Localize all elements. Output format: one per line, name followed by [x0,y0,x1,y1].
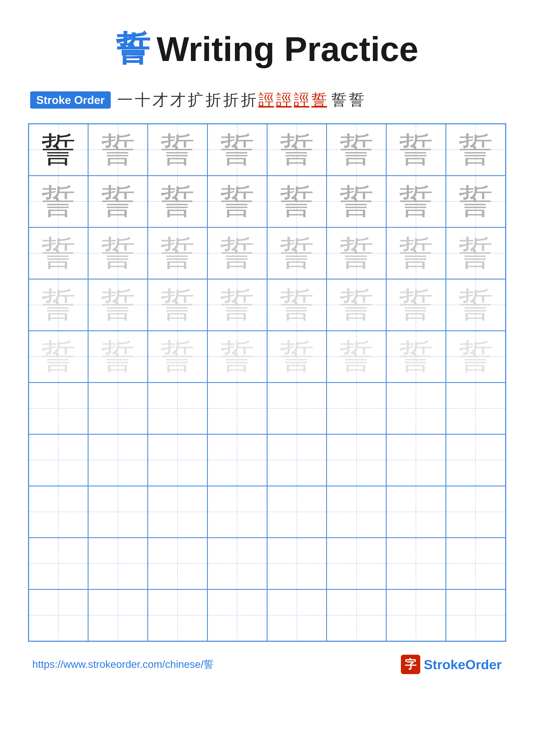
grid-cell-r7c7[interactable] [386,434,446,486]
grid-cell-r5c6: 誓 [327,331,386,383]
grid-cell-r10c8[interactable] [446,589,506,641]
grid-cell-r7c8[interactable] [446,434,506,486]
char-r4c1: 誓 [41,288,76,322]
char-r1c7: 誓 [399,133,433,167]
page: 誓 Writing Practice Stroke Order 一 十 才 才 … [0,0,534,756]
char-r5c3: 誓 [160,339,195,374]
grid-cell-r8c8[interactable] [446,486,506,538]
grid-cell-r7c3[interactable] [148,434,207,486]
char-r5c8: 誓 [458,339,493,374]
grid-cell-r3c1: 誓 [29,228,88,279]
grid-cell-r8c7[interactable] [386,486,446,538]
grid-cell-r6c8[interactable] [446,383,506,434]
stroke-12: 誓 [312,90,327,110]
grid-cell-r10c6[interactable] [327,589,386,641]
writing-grid: 誓 誓 誓 誓 誓 誓 誓 誓 誓 誓 誓 誓 誓 誓 誓 誓 誓 誓 誓 誓 … [28,123,506,642]
grid-cell-r9c8[interactable] [446,538,506,589]
grid-cell-r1c7: 誓 [386,124,446,176]
footer-brand-name: StrokeOrder [424,657,502,672]
grid-cell-r8c4[interactable] [207,486,267,538]
grid-cell-r3c6: 誓 [327,228,386,279]
grid-cell-r2c5: 誓 [267,176,327,228]
page-title: Writing Practice [157,29,418,69]
grid-cell-r10c2[interactable] [88,589,148,641]
char-r2c2: 誓 [101,184,135,219]
grid-cell-r10c3[interactable] [148,589,207,641]
grid-cell-r9c7[interactable] [386,538,446,589]
grid-cell-r7c2[interactable] [88,434,148,486]
char-r5c4: 誓 [220,339,254,374]
grid-cell-r2c2: 誓 [88,176,148,228]
char-r4c3: 誓 [160,288,195,322]
char-r5c7: 誓 [399,339,433,374]
grid-cell-r1c2: 誓 [88,124,148,176]
grid-cell-r7c4[interactable] [207,434,267,486]
grid-cell-r3c2: 誓 [88,228,148,279]
stroke-14: 誓 [349,90,365,110]
grid-cell-r9c6[interactable] [327,538,386,589]
grid-cell-r6c4[interactable] [207,383,267,434]
grid-cell-r10c7[interactable] [386,589,446,641]
grid-cell-r2c1: 誓 [29,176,88,228]
grid-cell-r8c1[interactable] [29,486,88,538]
stroke-8: 折 [241,90,256,110]
char-r1c5: 誓 [280,133,314,167]
char-r1c6: 誓 [339,133,374,167]
char-r3c8: 誓 [458,236,493,270]
grid-cell-r6c5[interactable] [267,383,327,434]
grid-cell-r6c7[interactable] [386,383,446,434]
char-r3c1: 誓 [41,236,76,270]
grid-cell-r10c1[interactable] [29,589,88,641]
grid-cell-r3c5: 誓 [267,228,327,279]
grid-cell-r1c8: 誓 [446,124,506,176]
grid-cell-r8c5[interactable] [267,486,327,538]
grid-cell-r5c5: 誓 [267,331,327,383]
grid-cell-r4c8: 誓 [446,279,506,331]
grid-cell-r5c4: 誓 [207,331,267,383]
grid-cell-r6c3[interactable] [148,383,207,434]
footer-brand-name-stroke: Stroke [424,657,465,672]
char-r3c7: 誓 [399,236,433,270]
grid-cell-r5c1: 誓 [29,331,88,383]
char-r5c1: 誓 [41,339,76,374]
grid-cell-r9c5[interactable] [267,538,327,589]
char-r3c5: 誓 [280,236,314,270]
footer: https://www.strokeorder.com/chinese/誓 字 … [26,655,508,674]
char-r2c1: 誓 [41,184,76,219]
grid-cell-r6c2[interactable] [88,383,148,434]
char-r2c5: 誓 [280,184,314,219]
grid-cell-r3c7: 誓 [386,228,446,279]
char-r1c2: 誓 [101,133,135,167]
grid-cell-r9c2[interactable] [88,538,148,589]
grid-cell-r9c1[interactable] [29,538,88,589]
footer-brand: 字 StrokeOrder [401,655,502,674]
grid-cell-r7c1[interactable] [29,434,88,486]
grid-cell-r10c4[interactable] [207,589,267,641]
char-r5c6: 誓 [339,339,374,374]
grid-cell-r6c6[interactable] [327,383,386,434]
grid-cell-r7c6[interactable] [327,434,386,486]
grid-cell-r9c4[interactable] [207,538,267,589]
stroke-11: 誙 [294,90,309,110]
grid-cell-r8c6[interactable] [327,486,386,538]
grid-cell-r4c6: 誓 [327,279,386,331]
stroke-5: 扩 [188,90,203,110]
grid-cell-r7c5[interactable] [267,434,327,486]
grid-cell-r8c3[interactable] [148,486,207,538]
grid-cell-r8c2[interactable] [88,486,148,538]
stroke-7: 折 [223,90,239,110]
grid-cell-r10c5[interactable] [267,589,327,641]
footer-url[interactable]: https://www.strokeorder.com/chinese/誓 [32,658,214,671]
grid-cell-r6c1[interactable] [29,383,88,434]
grid-cell-r2c7: 誓 [386,176,446,228]
grid-cell-r1c3: 誓 [148,124,207,176]
grid-cell-r3c4: 誓 [207,228,267,279]
stroke-1: 一 [117,90,133,110]
char-r1c3: 誓 [160,133,195,167]
grid-cell-r2c3: 誓 [148,176,207,228]
grid-cell-r9c3[interactable] [148,538,207,589]
grid-cell-r1c1: 誓 [29,124,88,176]
char-r1c8: 誓 [458,133,493,167]
footer-brand-name-order: Order [465,657,502,672]
grid-cell-r3c3: 誓 [148,228,207,279]
